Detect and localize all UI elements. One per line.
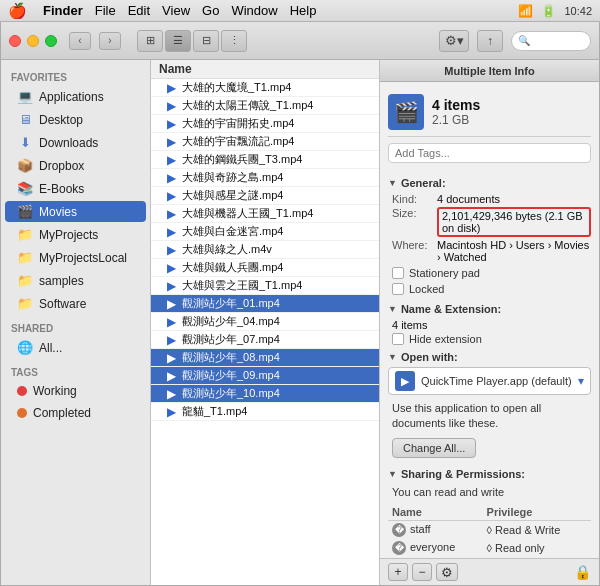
general-section-header[interactable]: ▼ General: <box>388 177 591 189</box>
name-ext-section-header[interactable]: ▼ Name & Extension: <box>388 303 591 315</box>
file-row[interactable]: ▶觀測站少年_08.mp4 <box>151 349 379 367</box>
file-icon: ▶ <box>167 315 176 329</box>
file-icon: ▶ <box>167 405 176 419</box>
sidebar-item-label: E-Books <box>39 182 84 196</box>
stationery-pad-label: Stationery pad <box>409 267 480 279</box>
menubar-help[interactable]: Help <box>290 3 317 18</box>
share-button[interactable]: ↑ <box>477 30 503 52</box>
file-row[interactable]: ▶大雄的宇宙飄流記.mp4 <box>151 133 379 151</box>
open-with-app[interactable]: ▶ QuickTime Player.app (default) ▾ <box>388 367 591 395</box>
sidebar-item-dropbox[interactable]: 📦 Dropbox <box>5 155 146 176</box>
file-icon: ▶ <box>167 297 176 311</box>
size-label: Size: <box>392 207 437 237</box>
perm-privilege-header: Privilege <box>483 504 591 521</box>
remove-permission-button[interactable]: − <box>412 563 432 581</box>
menubar-finder[interactable]: Finder <box>43 3 83 18</box>
sidebar-item-all[interactable]: 🌐 All... <box>5 337 146 358</box>
sidebar-item-myprojects[interactable]: 📁 MyProjects <box>5 224 146 245</box>
file-row[interactable]: ▶大雄與機器人王國_T1.mp4 <box>151 205 379 223</box>
menubar-view[interactable]: View <box>162 3 190 18</box>
file-row[interactable]: ▶觀測站少年_07.mp4 <box>151 331 379 349</box>
sidebar-item-samples[interactable]: 📁 samples <box>5 270 146 291</box>
file-row[interactable]: ▶觀測站少年_04.mp4 <box>151 313 379 331</box>
file-row[interactable]: ▶大雄的宇宙開拓史.mp4 <box>151 115 379 133</box>
menubar-window[interactable]: Window <box>231 3 277 18</box>
permission-row: �everyone◊ Read only <box>388 539 591 557</box>
app-dropdown-arrow[interactable]: ▾ <box>578 374 584 388</box>
icon-view-button[interactable]: ⊞ <box>137 30 163 52</box>
sidebar-item-label: Working <box>33 384 77 398</box>
perm-name-header: Name <box>388 504 483 521</box>
lock-icon[interactable]: 🔒 <box>574 564 591 580</box>
menubar-file[interactable]: File <box>95 3 116 18</box>
sidebar-tag-working[interactable]: Working <box>5 381 146 401</box>
minimize-button[interactable] <box>27 35 39 47</box>
file-row[interactable]: ▶大雄與鐵人兵團.mp4 <box>151 259 379 277</box>
hide-extension-checkbox[interactable] <box>392 333 404 345</box>
locked-checkbox[interactable] <box>392 283 404 295</box>
file-row[interactable]: ▶龍貓_T1.mp4 <box>151 403 379 421</box>
file-name: 大雄的鋼鐵兵團_T3.mp4 <box>182 152 302 167</box>
menubar-edit[interactable]: Edit <box>128 3 150 18</box>
sidebar-item-desktop[interactable]: 🖥 Desktop <box>5 109 146 130</box>
file-name: 觀測站少年_10.mp4 <box>182 386 280 401</box>
hide-extension-label: Hide extension <box>409 333 482 345</box>
forward-button[interactable]: › <box>99 32 121 50</box>
view-toggle-group: ⊞ ☰ ⊟ ⋮ <box>137 30 247 52</box>
file-row[interactable]: ▶大雄的太陽王傳說_T1.mp4 <box>151 97 379 115</box>
sidebar-item-label: MyProjectsLocal <box>39 251 127 265</box>
search-box[interactable]: 🔍 <box>511 31 591 51</box>
sharing-triangle: ▼ <box>388 469 397 479</box>
sidebar-item-label: samples <box>39 274 84 288</box>
add-permission-button[interactable]: + <box>388 563 408 581</box>
file-row[interactable]: ▶大雄與綠之人.m4v <box>151 241 379 259</box>
file-icon: ▶ <box>167 135 176 149</box>
app-name: QuickTime Player.app (default) <box>421 375 572 387</box>
open-with-label: Open with: <box>401 351 458 363</box>
sidebar-item-label: Desktop <box>39 113 83 127</box>
file-row[interactable]: ▶觀測站少年_09.mp4 <box>151 367 379 385</box>
tags-input[interactable] <box>388 143 591 163</box>
file-row[interactable]: ▶大雄與奇跡之島.mp4 <box>151 169 379 187</box>
permissions-gear-button[interactable]: ⚙ <box>436 563 458 581</box>
sharing-section-header[interactable]: ▼ Sharing & Permissions: <box>388 468 591 480</box>
sidebar-item-downloads[interactable]: ⬇ Downloads <box>5 132 146 153</box>
file-row[interactable]: ▶大雄與雲之王國_T1.mp4 <box>151 277 379 295</box>
menubar-right: 📶 🔋 10:42 <box>518 4 592 18</box>
file-icon: ▶ <box>167 189 176 203</box>
list-view-button[interactable]: ☰ <box>165 30 191 52</box>
file-list-header: Name <box>151 60 379 79</box>
sidebar-item-movies[interactable]: 🎬 Movies <box>5 201 146 222</box>
file-row[interactable]: ▶觀測站少年_10.mp4 <box>151 385 379 403</box>
info-panel-body: 🎬 4 items 2.1 GB ▼ General: Kind: 4 <box>380 82 599 558</box>
sidebar-item-software[interactable]: 📁 Software <box>5 293 146 314</box>
stationery-pad-checkbox[interactable] <box>392 267 404 279</box>
menubar-go[interactable]: Go <box>202 3 219 18</box>
apple-menu[interactable]: 🍎 <box>8 2 27 20</box>
open-with-desc: Use this application to open all documen… <box>388 399 591 434</box>
maximize-button[interactable] <box>45 35 57 47</box>
close-button[interactable] <box>9 35 21 47</box>
file-row[interactable]: ▶觀測站少年_01.mp4 <box>151 295 379 313</box>
file-row[interactable]: ▶大雄的鋼鐵兵團_T3.mp4 <box>151 151 379 169</box>
sidebar-tag-completed[interactable]: Completed <box>5 403 146 423</box>
shared-label: Shared <box>1 315 150 336</box>
change-all-button[interactable]: Change All... <box>392 438 476 458</box>
file-row[interactable]: ▶大雄的大魔境_T1.mp4 <box>151 79 379 97</box>
sidebar-item-myprojectslocal[interactable]: 📁 MyProjectsLocal <box>5 247 146 268</box>
gear-button[interactable]: ⚙▾ <box>439 30 469 52</box>
column-view-button[interactable]: ⊟ <box>193 30 219 52</box>
open-with-section-header[interactable]: ▼ Open with: <box>388 351 591 363</box>
back-button[interactable]: ‹ <box>69 32 91 50</box>
file-icon: ▶ <box>167 81 176 95</box>
sidebar-item-ebooks[interactable]: 📚 E-Books <box>5 178 146 199</box>
sidebar-item-applications[interactable]: 💻 Applications <box>5 86 146 107</box>
general-triangle: ▼ <box>388 178 397 188</box>
titlebar: ‹ › ⊞ ☰ ⊟ ⋮ ⚙▾ ↑ 🔍 <box>1 22 599 60</box>
file-row[interactable]: ▶大雄與白金迷宮.mp4 <box>151 223 379 241</box>
file-row[interactable]: ▶大雄與感星之謎.mp4 <box>151 187 379 205</box>
locked-label: Locked <box>409 283 444 295</box>
cover-flow-button[interactable]: ⋮ <box>221 30 247 52</box>
sharing-label: Sharing & Permissions: <box>401 468 525 480</box>
menubar: 🍎 Finder File Edit View Go Window Help 📶… <box>0 0 600 22</box>
